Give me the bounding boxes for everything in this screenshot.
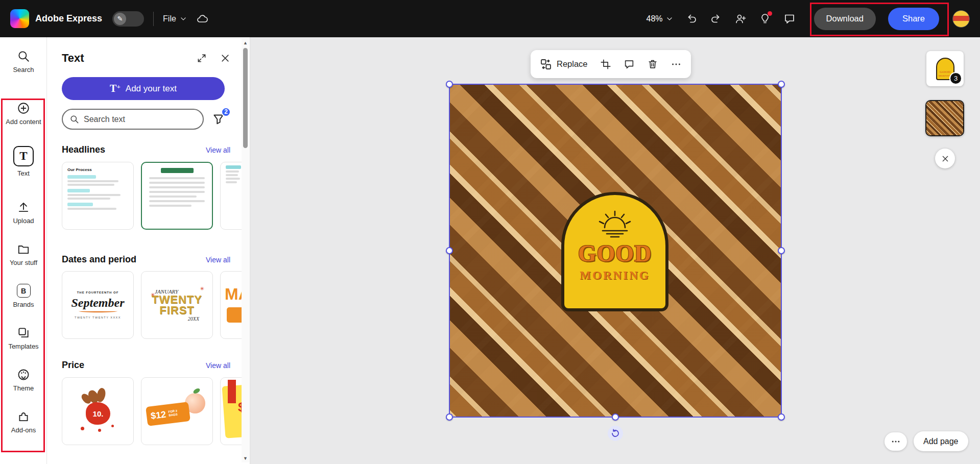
redo-button[interactable] bbox=[707, 10, 725, 28]
beta-toggle[interactable]: ✎ bbox=[112, 11, 144, 27]
card-title: Our Process bbox=[67, 167, 133, 172]
chat-bubble-icon bbox=[624, 59, 635, 70]
selection-outline bbox=[449, 84, 782, 418]
underline-swash bbox=[79, 310, 117, 312]
comments-button[interactable] bbox=[780, 10, 799, 28]
trash-icon bbox=[647, 59, 658, 70]
card-caption: TWENTY TWENTY XXXX bbox=[75, 316, 121, 319]
sidebar-item-theme[interactable]: Theme bbox=[0, 368, 47, 393]
comment-button[interactable] bbox=[624, 59, 635, 70]
sidebar-item-search[interactable]: Search bbox=[0, 50, 47, 74]
scroll-up-arrow[interactable]: ▲ bbox=[242, 40, 249, 45]
resize-handle-middle-right[interactable] bbox=[778, 247, 785, 254]
headline-template-card[interactable]: Our Process bbox=[62, 162, 134, 230]
headlines-cards-row: Our Process bbox=[62, 162, 242, 230]
resize-handle-top-right[interactable] bbox=[778, 81, 785, 88]
price-splat: 10. bbox=[86, 402, 110, 425]
panel-header: Text bbox=[62, 52, 230, 65]
file-menu-label: File bbox=[163, 14, 176, 23]
headlines-view-all-link[interactable]: View all bbox=[206, 146, 230, 154]
price-cards-row: 10. $12 FOR 2 BAGS $2 bbox=[62, 377, 242, 445]
expand-panel-icon[interactable] bbox=[197, 53, 207, 63]
resize-handle-bottom-center[interactable] bbox=[612, 413, 619, 421]
notification-dot bbox=[768, 11, 772, 16]
sidebar-item-brands[interactable]: B Brands bbox=[0, 284, 47, 309]
adobe-express-app: Adobe Express ✎ File 48% bbox=[0, 0, 980, 464]
addons-puzzle-icon bbox=[17, 410, 30, 423]
highlight-chip bbox=[67, 203, 93, 206]
templates-icon bbox=[17, 326, 30, 339]
theme-palette-icon bbox=[17, 368, 30, 381]
delete-button[interactable] bbox=[647, 59, 658, 70]
user-avatar[interactable] bbox=[952, 10, 970, 28]
adobe-express-logo-icon[interactable] bbox=[10, 9, 29, 28]
resize-handle-bottom-left[interactable] bbox=[446, 413, 453, 421]
canvas-image[interactable]: GOOD MORNING bbox=[449, 84, 782, 418]
scroll-down-arrow[interactable]: ▼ bbox=[242, 456, 249, 461]
notifications-button[interactable] bbox=[756, 10, 774, 28]
price-template-card[interactable]: 10. bbox=[62, 377, 134, 445]
add-your-text-button[interactable]: T+ Add your text bbox=[62, 77, 225, 100]
sidebar-item-templates[interactable]: Templates bbox=[0, 326, 47, 351]
highlight-chip bbox=[67, 189, 90, 192]
add-page-button[interactable]: Add page bbox=[914, 431, 968, 451]
app-title: Adobe Express bbox=[35, 13, 102, 24]
divider bbox=[153, 12, 154, 26]
sidebar-item-add-ons[interactable]: Add-ons bbox=[0, 410, 47, 434]
search-box[interactable] bbox=[62, 109, 204, 130]
share-button[interactable]: Share bbox=[888, 8, 939, 30]
close-panel-icon[interactable] bbox=[220, 53, 230, 63]
panel-scrollbar[interactable]: ▲ ▼ bbox=[242, 39, 249, 462]
sidebar-item-label: Search bbox=[2, 66, 45, 74]
page-thumbnail-2-selected[interactable] bbox=[925, 100, 964, 136]
headline-template-card[interactable] bbox=[141, 162, 213, 230]
sidebar-item-text[interactable]: T Text bbox=[0, 146, 47, 178]
date-template-card[interactable]: THE FOURTEENTH OF September TWENTY TWENT… bbox=[62, 271, 134, 339]
price-value: $2 bbox=[238, 400, 242, 414]
replace-button[interactable]: Replace bbox=[540, 58, 588, 70]
price-template-card[interactable]: $12 FOR 2 BAGS bbox=[141, 377, 213, 445]
dates-view-all-link[interactable]: View all bbox=[206, 256, 230, 264]
more-options-button[interactable] bbox=[671, 59, 682, 70]
undo-icon bbox=[685, 13, 698, 25]
price-view-all-link[interactable]: View all bbox=[206, 361, 230, 370]
date-template-card[interactable]: JANUARY TWENTY FIRST 20XX ✳ ✳ bbox=[141, 271, 213, 339]
sidebar-item-your-stuff[interactable]: Your stuff bbox=[0, 242, 47, 267]
section-title: Headlines bbox=[62, 144, 105, 155]
price-template-card[interactable]: $2 bbox=[220, 377, 242, 445]
brands-icon: B bbox=[17, 284, 31, 298]
resize-handle-top-left[interactable] bbox=[446, 81, 453, 88]
cloud-sync-icon[interactable] bbox=[193, 10, 211, 28]
date-template-card[interactable]: MA bbox=[220, 271, 242, 339]
crop-button[interactable] bbox=[600, 59, 611, 70]
sidebar-item-label: Theme bbox=[2, 384, 45, 393]
resize-handle-bottom-right[interactable] bbox=[778, 413, 785, 421]
panel-search-row: 2 bbox=[62, 109, 226, 130]
file-menu[interactable]: File bbox=[163, 14, 187, 23]
person-add-icon bbox=[734, 13, 747, 25]
card-main-text: MA bbox=[225, 285, 242, 304]
upload-icon bbox=[17, 201, 30, 214]
page-count-badge: 3 bbox=[949, 72, 962, 85]
filter-count-badge: 2 bbox=[221, 107, 231, 117]
sidebar-item-add-content[interactable]: Add content bbox=[0, 102, 47, 126]
close-thumbnails-button[interactable] bbox=[935, 149, 955, 168]
page-more-options-button[interactable] bbox=[885, 432, 907, 451]
scrollbar-thumb[interactable] bbox=[243, 48, 248, 148]
invite-people-button[interactable] bbox=[731, 10, 750, 28]
chevron-down-icon bbox=[180, 15, 187, 22]
rotate-handle[interactable] bbox=[608, 426, 623, 441]
resize-handle-middle-left[interactable] bbox=[446, 247, 453, 254]
redo-icon bbox=[710, 13, 722, 25]
headline-template-card[interactable] bbox=[220, 162, 242, 230]
sidebar-item-label: Your stuff bbox=[2, 259, 45, 267]
text-panel: Text T+ Add your text 2 bbox=[47, 37, 250, 464]
undo-button[interactable] bbox=[682, 10, 701, 28]
search-text-input[interactable] bbox=[84, 115, 196, 124]
headlines-section-header: Headlines View all bbox=[62, 144, 230, 155]
filter-button[interactable]: 2 bbox=[212, 112, 226, 127]
search-icon bbox=[69, 114, 79, 124]
sidebar-item-upload[interactable]: Upload bbox=[0, 201, 47, 225]
zoom-control[interactable]: 48% bbox=[647, 14, 673, 23]
download-button[interactable]: Download bbox=[814, 8, 876, 30]
